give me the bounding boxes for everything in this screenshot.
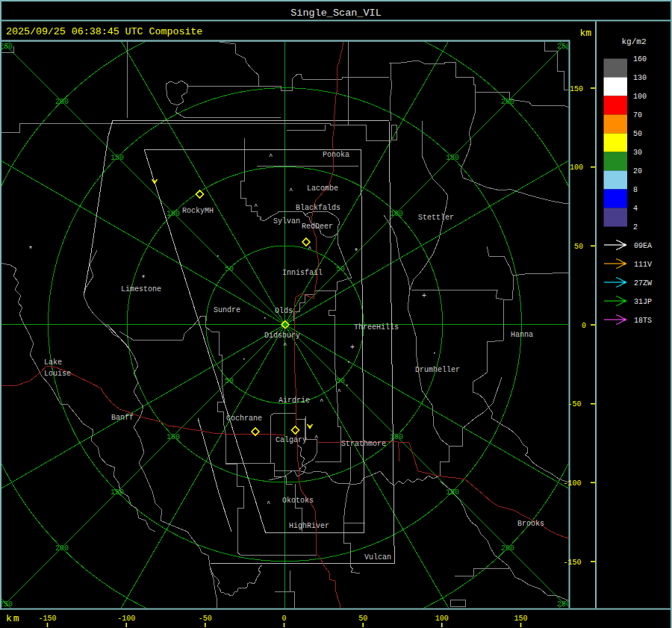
svg-text:+: + — [350, 343, 355, 352]
svg-text:0: 0 — [281, 615, 286, 623]
svg-text:150: 150 — [446, 154, 459, 162]
svg-text:*: * — [28, 246, 33, 254]
svg-text:27ZW: 27ZW — [634, 279, 652, 287]
svg-text:km: km — [579, 28, 591, 39]
svg-text:150: 150 — [570, 85, 583, 93]
svg-text:Lake: Lake — [44, 358, 62, 367]
svg-text:Drumheller: Drumheller — [415, 366, 460, 374]
svg-text:130: 130 — [633, 74, 647, 82]
svg-text:Single_Scan_VIL: Single_Scan_VIL — [290, 7, 382, 19]
svg-text:kg/m2: kg/m2 — [621, 37, 646, 46]
svg-text:100: 100 — [390, 433, 403, 441]
svg-text:2025/09/25 06:38:45 UTC Compos: 2025/09/25 06:38:45 UTC Composite — [6, 26, 202, 37]
svg-text:Stettler: Stettler — [418, 214, 454, 222]
svg-text:Sundre: Sundre — [214, 306, 240, 314]
svg-text:-100: -100 — [563, 479, 581, 488]
svg-text:4: 4 — [633, 205, 638, 213]
svg-text:^: ^ — [267, 500, 270, 508]
svg-text:RockyMH: RockyMH — [182, 207, 214, 215]
svg-text:250: 250 — [557, 43, 570, 51]
svg-text:200: 200 — [501, 98, 514, 106]
svg-text:150: 150 — [111, 488, 124, 497]
svg-text:^: ^ — [289, 187, 293, 195]
svg-text:Didsbury: Didsbury — [264, 332, 300, 340]
svg-text:^: ^ — [320, 398, 323, 405]
svg-text:100: 100 — [390, 210, 403, 218]
svg-text:150: 150 — [111, 154, 124, 162]
svg-text:50: 50 — [225, 377, 234, 385]
svg-text:Blackfalds: Blackfalds — [296, 204, 340, 212]
svg-text:Strathmore: Strathmore — [341, 440, 386, 448]
svg-text:200: 200 — [501, 544, 514, 553]
svg-text:70: 70 — [633, 111, 642, 119]
svg-text:^: ^ — [254, 203, 258, 211]
svg-text:20: 20 — [633, 167, 642, 175]
svg-text:250: 250 — [557, 600, 570, 609]
svg-text:2: 2 — [633, 223, 638, 231]
svg-text:^: ^ — [283, 342, 287, 349]
svg-text:^: ^ — [337, 388, 341, 396]
svg-text:200: 200 — [55, 544, 69, 553]
svg-text:100: 100 — [570, 164, 583, 172]
svg-text:Cochrane: Cochrane — [226, 414, 262, 423]
svg-text:Louise: Louise — [44, 370, 71, 378]
svg-text:250: 250 — [0, 600, 13, 609]
svg-text:100: 100 — [633, 93, 647, 101]
svg-text:31JP: 31JP — [634, 298, 652, 306]
svg-text:50: 50 — [225, 265, 234, 273]
svg-text:Okotoks: Okotoks — [282, 497, 314, 505]
svg-text:50: 50 — [574, 243, 583, 251]
svg-text:Brooks: Brooks — [517, 520, 544, 528]
svg-text:100: 100 — [167, 210, 180, 218]
svg-text:^: ^ — [314, 435, 318, 442]
svg-text:111V: 111V — [634, 261, 652, 269]
svg-text:18TS: 18TS — [634, 317, 652, 325]
svg-text:200: 200 — [55, 98, 69, 106]
svg-text:Hanna: Hanna — [511, 331, 533, 339]
svg-text:ThreeHills: ThreeHills — [354, 323, 399, 332]
svg-text:100: 100 — [167, 433, 180, 441]
svg-text:Innisfail: Innisfail — [282, 269, 323, 277]
svg-text:Airdrie: Airdrie — [279, 397, 310, 405]
svg-text:150: 150 — [446, 488, 459, 497]
svg-text:Ponoka: Ponoka — [323, 151, 349, 159]
svg-text:50: 50 — [358, 615, 367, 623]
svg-text:Calgary: Calgary — [276, 436, 307, 444]
svg-text:-100: -100 — [117, 615, 135, 623]
svg-text:8: 8 — [633, 186, 638, 194]
svg-text:Vulcan: Vulcan — [364, 553, 391, 562]
svg-text:-150: -150 — [563, 559, 581, 567]
svg-text:+: + — [422, 292, 426, 300]
svg-text:250: 250 — [0, 43, 13, 51]
svg-text:Banff: Banff — [111, 414, 134, 422]
svg-text:km: km — [6, 613, 21, 624]
svg-text:^: ^ — [269, 153, 273, 161]
svg-text:RedDeer: RedDeer — [302, 223, 333, 231]
svg-text:Limestone: Limestone — [121, 285, 161, 293]
svg-text:Olds: Olds — [275, 307, 293, 315]
svg-text:-150: -150 — [38, 615, 56, 623]
svg-text:-50: -50 — [567, 400, 581, 408]
svg-text:50: 50 — [336, 377, 345, 385]
svg-text:150: 150 — [514, 615, 527, 623]
svg-text:0: 0 — [582, 322, 586, 330]
svg-text:*: * — [141, 275, 146, 283]
svg-text:-50: -50 — [199, 615, 212, 623]
svg-text:160: 160 — [633, 55, 647, 63]
svg-text:50: 50 — [633, 130, 642, 138]
svg-text:HighRiver: HighRiver — [289, 522, 329, 530]
svg-text:*: * — [354, 248, 358, 256]
svg-text:09EA: 09EA — [634, 242, 652, 250]
svg-text:^: ^ — [308, 246, 311, 253]
svg-text:100: 100 — [435, 615, 449, 623]
svg-text:30: 30 — [633, 149, 642, 157]
svg-text:Lacombe: Lacombe — [307, 184, 338, 193]
svg-text:50: 50 — [336, 265, 345, 273]
svg-text:Sylvan: Sylvan — [273, 217, 300, 226]
